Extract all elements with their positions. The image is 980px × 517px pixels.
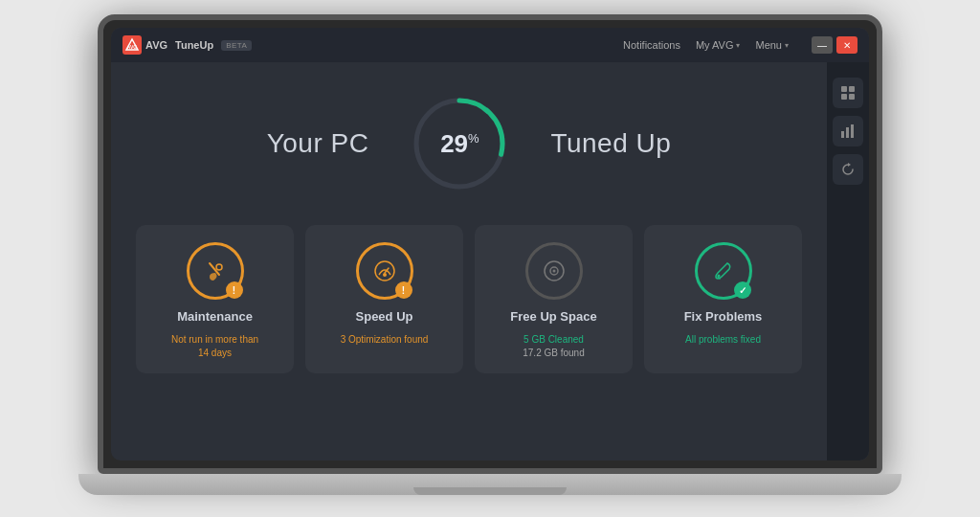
maintenance-icon-wrapper: ! [187,242,244,300]
progress-circle: 29% [407,91,512,196]
title-bar-right: Notifications My AVG ▾ Menu ▾ — [623,36,858,54]
fixproblems-subtitle: All problems fixed [685,333,761,347]
svg-point-17 [552,270,555,273]
window-controls: — ✕ [812,36,858,54]
sidebar [827,62,869,461]
speedup-subtitle: 3 Optimization found [341,333,429,347]
beta-badge: BETA [221,40,252,51]
freespace-icon-wrapper [525,242,583,300]
minimize-button[interactable]: — [812,36,833,54]
title-bar: AVG AVG TuneUp BETA Notifications [111,28,869,62]
laptop-base [78,474,902,495]
svg-point-18 [717,275,720,278]
speedup-title: Speed Up [356,309,413,324]
svg-rect-8 [851,124,854,138]
svg-text:AVG: AVG [127,44,138,50]
freespace-subtitle: 5 GB Cleaned 17.2 GB found [523,333,585,360]
svg-rect-2 [841,86,847,92]
svg-point-11 [216,264,222,270]
app-name: TuneUp [175,39,213,51]
screen-inner: AVG AVG TuneUp BETA Notifications [111,28,869,461]
fixproblems-icon-wrapper: ✓ [695,242,752,300]
freespace-title: Free Up Space [510,309,596,324]
disk-icon [541,258,568,284]
my-avg-nav[interactable]: My AVG ▾ [696,39,741,51]
chart-icon[interactable] [833,116,863,146]
app-container: AVG AVG TuneUp BETA Notifications [111,28,869,461]
hero-left-text: Your PC [267,128,369,159]
speedup-icon-wrapper: ! [356,242,413,300]
speed-up-card[interactable]: ! Speed Up 3 Optimization found [305,225,463,373]
laptop-screen: AVG AVG TuneUp BETA Notifications [98,14,882,474]
notifications-nav[interactable]: Notifications [623,39,680,51]
broom-icon [202,258,229,284]
free-space-card[interactable]: Free Up Space 5 GB Cleaned 17.2 GB found [475,225,633,373]
chevron-down-icon: ▾ [785,41,789,50]
speedup-warning-badge: ! [395,281,412,299]
maintenance-warning-badge: ! [226,281,243,299]
fixproblems-title: Fix Problems [684,309,763,324]
fix-problems-card[interactable]: ✓ Fix Problems All problems fixed [644,225,802,373]
avg-logo-icon: AVG [122,35,142,55]
grid-icon[interactable] [833,78,863,108]
svg-rect-6 [841,131,844,138]
menu-nav[interactable]: Menu ▾ [755,39,789,51]
hero-section: Your PC 29% Tu [126,81,812,206]
close-button[interactable]: ✕ [836,36,858,54]
main-content: Your PC 29% Tu [111,62,869,461]
wrench-icon [710,258,737,284]
svg-point-12 [375,261,394,281]
cards-section: ! Maintenance Not run in more than 14 da… [126,225,812,373]
laptop-wrapper: AVG AVG TuneUp BETA Notifications [78,14,902,503]
maintenance-card[interactable]: ! Maintenance Not run in more than 14 da… [136,225,294,373]
maintenance-title: Maintenance [177,309,253,324]
circle-text: 29% [440,129,479,159]
svg-rect-4 [841,94,847,100]
avg-logo: AVG AVG [122,35,167,55]
chevron-down-icon: ▾ [736,41,740,50]
speedometer-icon [371,258,398,284]
fixproblems-success-badge: ✓ [734,281,751,299]
maintenance-subtitle: Not run in more than 14 days [171,333,258,360]
refresh-icon[interactable] [833,154,863,185]
avg-text: AVG [145,39,167,51]
percent-value: 29% [440,129,479,158]
svg-rect-3 [849,86,855,92]
svg-rect-7 [846,127,849,138]
title-bar-left: AVG AVG TuneUp BETA [122,35,252,55]
hero-right-text: Tuned Up [550,128,671,159]
svg-rect-5 [849,94,855,100]
